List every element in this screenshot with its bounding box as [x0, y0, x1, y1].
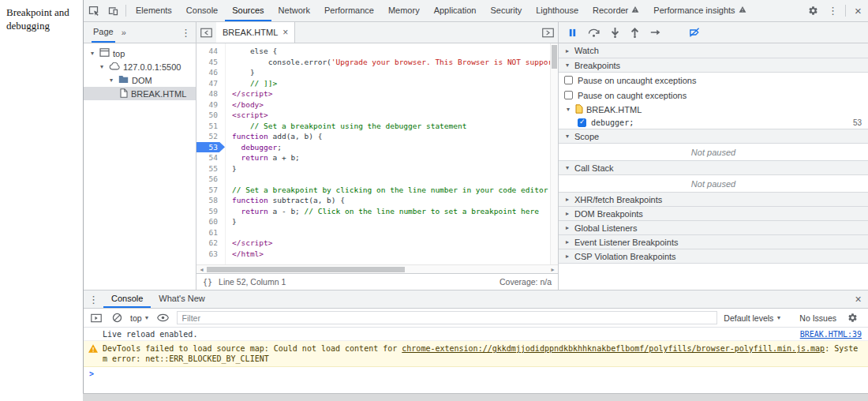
chevron-down-icon: ▼	[144, 315, 150, 320]
scroll-left-arrow-icon[interactable]: ◂	[196, 266, 207, 273]
section-csp-violation-breakpoints[interactable]: ▸CSP Violation Breakpoints	[559, 249, 868, 264]
pause-on-uncaught-exceptions-checkbox[interactable]: Pause on uncaught exceptions	[559, 73, 868, 88]
gutter-line-45[interactable]: 45	[196, 57, 225, 68]
editor-vertical-scrollbar[interactable]	[550, 43, 558, 264]
section-watch[interactable]: ▸Watch	[559, 43, 868, 58]
page-horizontal-scrollbar[interactable]	[83, 393, 868, 401]
drawer-kebab-icon[interactable]: ⋮	[84, 290, 103, 308]
eye-live-expression-icon[interactable]	[156, 313, 170, 322]
inspect-element-icon[interactable]	[84, 0, 103, 21]
pretty-print-icon[interactable]: {}	[203, 278, 212, 287]
section-scope[interactable]: ▾Scope	[559, 129, 868, 144]
gutter-line-60[interactable]: 60	[196, 216, 225, 227]
navigator-kebab-icon[interactable]: ⋮	[176, 22, 196, 43]
step-icon[interactable]	[650, 28, 661, 36]
tab-whats-new[interactable]: What's New	[151, 290, 212, 308]
section-breakpoints[interactable]: ▾Breakpoints	[559, 58, 868, 73]
gutter-line-52[interactable]: 52	[196, 131, 225, 142]
scrollbar-thumb[interactable]	[552, 45, 557, 69]
step-over-icon[interactable]	[588, 28, 600, 38]
gutter-line-63[interactable]: 63	[196, 249, 225, 260]
breakpoint-marker-line-53[interactable]: 53	[196, 142, 225, 153]
tree-item-origin[interactable]: ▾ 127.0.0.1:5500	[84, 60, 196, 73]
console-settings-gear-icon[interactable]	[843, 313, 862, 323]
gutter-line-47[interactable]: 47	[196, 78, 225, 89]
gutter-line-46[interactable]: 46	[196, 67, 225, 78]
tab-memory[interactable]: Memory	[381, 0, 427, 21]
gutter-line-57[interactable]: 57	[196, 185, 225, 196]
tab-security[interactable]: Security	[483, 0, 529, 21]
gutter-line-51[interactable]: 51	[196, 121, 225, 132]
step-out-icon[interactable]	[630, 28, 639, 38]
pause-on-caught-exceptions-checkbox[interactable]: Pause on caught exceptions	[559, 88, 868, 103]
gutter-line-50[interactable]: 50	[196, 110, 225, 121]
code-line-62: </script>	[232, 238, 558, 249]
tab-lighthouse[interactable]: Lighthouse	[529, 0, 586, 21]
close-drawer-icon[interactable]: ×	[848, 290, 868, 308]
section-call-stack[interactable]: ▾Call Stack	[559, 160, 868, 175]
console-sidebar-icon[interactable]	[89, 313, 103, 323]
navigator-tab-page[interactable]: Page	[92, 22, 115, 43]
gutter-line-48[interactable]: 48	[196, 88, 225, 99]
no-issues-button[interactable]: No Issues	[799, 313, 836, 323]
file-icon	[575, 104, 583, 115]
console-filter-input[interactable]	[177, 311, 718, 324]
gutter-line-56[interactable]: 56	[196, 174, 225, 185]
gutter-line-59[interactable]: 59	[196, 206, 225, 217]
default-levels-dropdown[interactable]: Default levels▼	[724, 313, 781, 323]
gutter-line-54[interactable]: 54	[196, 152, 225, 163]
checkbox-checked[interactable]	[578, 118, 586, 127]
source-location-link[interactable]: BREAK.HTML:39	[800, 329, 862, 339]
tab-recorder[interactable]: Recorder	[586, 0, 646, 21]
tab-performance[interactable]: Performance	[317, 0, 381, 21]
editor-code[interactable]: else { console.error('Upgrade your brows…	[226, 43, 558, 264]
more-editor-tabs-icon[interactable]	[538, 22, 558, 43]
source-map-link[interactable]: chrome-extension://gkkdmjjodidppndkbkhhk…	[402, 344, 825, 353]
expanded-arrow-icon: ▾	[563, 164, 571, 171]
step-into-icon[interactable]	[611, 28, 619, 38]
breakpoint-entry[interactable]: debugger; 53	[559, 116, 868, 129]
code-line-60: }	[232, 216, 558, 227]
editor-tab-break-html[interactable]: BREAK.HTML ×	[216, 22, 295, 43]
gutter-line-58[interactable]: 58	[196, 195, 225, 206]
section-dom-breakpoints[interactable]: ▸DOM Breakpoints	[559, 206, 868, 221]
checkbox-unchecked[interactable]	[564, 91, 573, 99]
scroll-right-arrow-icon[interactable]: ▸	[548, 266, 558, 273]
scrollbar-thumb[interactable]	[207, 267, 405, 272]
tab-network[interactable]: Network	[271, 0, 317, 21]
gutter-line-62[interactable]: 62	[196, 238, 225, 249]
deactivate-breakpoints-icon[interactable]	[689, 28, 700, 37]
code-line-56	[232, 174, 558, 185]
section-xhr-fetch-breakpoints[interactable]: ▸XHR/fetch Breakpoints	[559, 192, 868, 207]
editor-gutter[interactable]: 4445464748495051525354555657585960616263	[196, 43, 226, 264]
section-event-listener-breakpoints[interactable]: ▸Event Listener Breakpoints	[559, 234, 868, 249]
cursor-position: Line 52, Column 1	[219, 277, 286, 287]
tab-elements[interactable]: Elements	[129, 0, 179, 21]
close-tab-icon[interactable]: ×	[282, 27, 288, 38]
context-selector-dropdown[interactable]: top▼	[130, 313, 150, 323]
gutter-line-55[interactable]: 55	[196, 163, 225, 174]
breakpoint-file-group[interactable]: ▾ BREAK.HTML	[559, 103, 868, 116]
tab-performance-insights[interactable]: Performance insights	[646, 0, 753, 21]
kebab-menu-icon[interactable]: ⋮	[823, 0, 843, 21]
tab-console-panel[interactable]: Console	[179, 0, 225, 21]
checkbox-unchecked[interactable]	[564, 76, 573, 84]
tree-item-dom-folder[interactable]: ▾ DOM	[84, 73, 196, 87]
gutter-line-44[interactable]: 44	[196, 46, 225, 57]
tab-console-drawer[interactable]: Console	[103, 290, 151, 308]
hide-navigator-icon[interactable]	[196, 22, 216, 43]
tree-item-top[interactable]: ▾ top	[84, 47, 196, 60]
clear-console-icon[interactable]	[110, 313, 124, 323]
close-devtools-icon[interactable]: ×	[848, 0, 868, 21]
console-prompt[interactable]: >	[84, 367, 868, 380]
gutter-line-49[interactable]: 49	[196, 99, 225, 111]
editor-horizontal-scrollbar[interactable]: ◂ ▸	[196, 264, 558, 273]
tree-item-break-html[interactable]: BREAK.HTML	[84, 87, 196, 100]
gutter-line-61[interactable]: 61	[196, 227, 225, 238]
section-global-listeners[interactable]: ▸Global Listeners	[559, 220, 868, 235]
device-toolbar-icon[interactable]	[103, 0, 123, 21]
pause-script-execution-icon[interactable]	[568, 28, 577, 37]
tab-sources[interactable]: Sources	[225, 0, 271, 21]
settings-gear-icon[interactable]	[803, 0, 823, 21]
tab-application[interactable]: Application	[427, 0, 484, 21]
